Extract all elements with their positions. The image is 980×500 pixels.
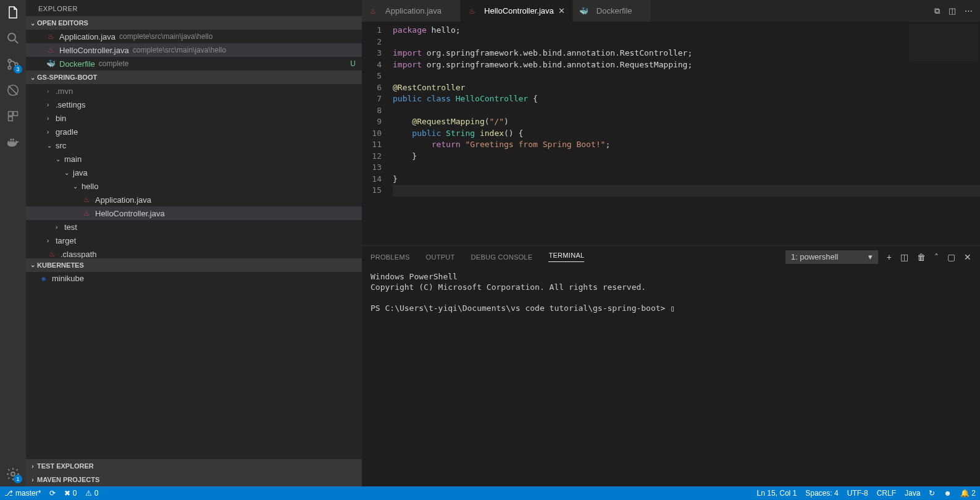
file-item[interactable]: ♨HelloController.java (26, 206, 362, 220)
chevron-down-icon: ⌄ (28, 74, 37, 81)
kubernetes-icon: ⎈ (38, 274, 48, 284)
java-icon: ♨ (467, 6, 477, 16)
status-eol[interactable]: CRLF (873, 486, 900, 500)
test-explorer-header[interactable]: › TEST EXPLORER (26, 459, 362, 473)
close-panel-icon[interactable]: ✕ (964, 252, 971, 262)
folder-item[interactable]: ⌄main (26, 152, 362, 166)
chevron-icon: ⌄ (64, 169, 70, 176)
java-icon: ♨ (368, 6, 378, 16)
more-icon[interactable]: ⋯ (965, 6, 973, 16)
editor-body[interactable]: 123456789101112131415 package hello; imp… (362, 22, 980, 245)
code-area[interactable]: package hello; import org.springframewor… (393, 22, 980, 245)
panel-tab-problems[interactable]: PROBLEMS (371, 253, 410, 261)
chevron-icon: › (56, 224, 62, 231)
chevron-icon: › (47, 101, 53, 108)
docker-icon: 🐳 (46, 59, 56, 69)
chevron-icon: › (47, 88, 53, 95)
svg-point-2 (8, 66, 11, 69)
svg-rect-7 (9, 117, 13, 121)
status-feedback-icon[interactable]: ↻ (924, 486, 939, 500)
tabs-bar: ♨Application.java♨HelloController.java✕🐳… (362, 0, 980, 22)
split-terminal-icon[interactable]: ◫ (900, 252, 908, 262)
chevron-right-icon: › (28, 477, 37, 483)
svg-point-0 (8, 33, 15, 41)
status-lang[interactable]: Java (900, 486, 924, 500)
kubernetes-item[interactable]: ⎈ minikube (26, 272, 362, 286)
chevron-icon: ⌄ (56, 156, 62, 163)
new-terminal-icon[interactable]: + (887, 252, 892, 262)
compare-icon[interactable]: ⧉ (934, 6, 940, 16)
split-editor-icon[interactable]: ◫ (949, 6, 956, 16)
settings-badge: 1 (14, 475, 22, 483)
folder-item[interactable]: ⌄hello (26, 179, 362, 193)
activity-bar: 3 1 (0, 0, 26, 486)
bottom-panel: PROBLEMS OUTPUT DEBUG CONSOLE TERMINAL 1… (362, 245, 980, 486)
svg-rect-6 (14, 112, 18, 116)
java-icon: ♨ (47, 249, 57, 258)
svg-rect-5 (9, 112, 13, 116)
scm-badge: 3 (14, 65, 22, 74)
terminal-select[interactable]: 1: powershell ▾ (785, 250, 878, 264)
status-warnings[interactable]: ⚠ 0 (81, 486, 103, 500)
search-icon[interactable] (6, 31, 20, 46)
svg-point-1 (8, 59, 11, 62)
folder-item[interactable]: ›.settings (26, 98, 362, 111)
status-smiley-icon[interactable]: ☻ (939, 486, 956, 500)
debug-icon[interactable] (6, 83, 20, 98)
maven-projects-header[interactable]: › MAVEN PROJECTS (26, 473, 362, 486)
settings-icon[interactable]: 1 (6, 467, 20, 481)
status-lncol[interactable]: Ln 15, Col 1 (753, 486, 802, 500)
open-editors-header[interactable]: ⌄ OPEN EDITORS (26, 16, 362, 30)
status-errors[interactable]: ✖ 0 (60, 486, 81, 500)
chevron-icon: › (47, 115, 53, 122)
editor-tab[interactable]: ♨Application.java (362, 0, 461, 22)
project-header[interactable]: ⌄ GS-SPRING-BOOT (26, 70, 362, 84)
folder-item[interactable]: ›bin (26, 111, 362, 125)
chevron-down-icon: ⌄ (28, 261, 37, 268)
status-bell[interactable]: 🔔 2 (956, 486, 980, 500)
folder-item[interactable]: ⌄java (26, 166, 362, 179)
status-encoding[interactable]: UTF-8 (843, 486, 873, 500)
panel-tab-terminal[interactable]: TERMINAL (548, 252, 584, 262)
open-editor-item[interactable]: 🐳DockerfilecompleteU (26, 57, 362, 70)
open-editor-item[interactable]: ♨Application.javacomplete\src\main\java\… (26, 30, 362, 43)
folder-item[interactable]: ›test (26, 220, 362, 234)
docker-activity-icon[interactable] (6, 135, 20, 150)
extensions-icon[interactable] (6, 109, 20, 124)
folder-item[interactable]: ›gradle (26, 125, 362, 138)
chevron-down-icon: ⌄ (28, 20, 37, 27)
folder-item[interactable]: ›.mvn (26, 84, 362, 98)
terminal-body[interactable]: Windows PowerShell Copyright (C) Microso… (362, 268, 980, 486)
sidebar-title: EXPLORER (26, 0, 362, 16)
editor-tab[interactable]: 🐳Dockerfile (573, 0, 651, 22)
file-item[interactable]: ♨.classpath (26, 247, 362, 258)
status-branch[interactable]: ⎇ master* (0, 486, 45, 500)
status-bar: ⎇ master* ⟳ ✖ 0 ⚠ 0 Ln 15, Col 1 Spaces:… (0, 486, 980, 500)
chevron-icon: ⌄ (47, 142, 53, 149)
scm-icon[interactable]: 3 (6, 57, 20, 72)
close-tab-icon[interactable]: ✕ (558, 6, 566, 15)
kubernetes-header[interactable]: ⌄ KUBERNETES (26, 258, 362, 272)
status-spaces[interactable]: Spaces: 4 (801, 486, 842, 500)
status-sync[interactable]: ⟳ (45, 486, 60, 500)
chevron-right-icon: › (28, 463, 37, 470)
chevron-icon: › (47, 129, 53, 135)
java-icon: ♨ (82, 195, 91, 205)
minimap[interactable] (910, 24, 978, 61)
sidebar: EXPLORER ⌄ OPEN EDITORS ♨Application.jav… (26, 0, 362, 486)
java-icon: ♨ (82, 208, 91, 218)
folder-item[interactable]: ›target (26, 234, 362, 247)
panel-tab-debug[interactable]: DEBUG CONSOLE (471, 253, 533, 261)
folder-item[interactable]: ⌄src (26, 138, 362, 152)
open-editor-item[interactable]: ♨HelloController.javacomplete\src\main\j… (26, 43, 362, 57)
java-icon: ♨ (46, 45, 56, 55)
editor-group: ♨Application.java♨HelloController.java✕🐳… (362, 0, 980, 486)
chevron-up-icon[interactable]: ˄ (934, 252, 939, 262)
maximize-panel-icon[interactable]: ▢ (947, 252, 955, 262)
dropdown-icon: ▾ (868, 252, 873, 261)
explorer-icon[interactable] (6, 5, 20, 20)
panel-tab-output[interactable]: OUTPUT (426, 253, 455, 261)
file-item[interactable]: ♨Application.java (26, 193, 362, 206)
trash-icon[interactable]: 🗑 (917, 252, 926, 262)
editor-tab[interactable]: ♨HelloController.java✕ (461, 0, 573, 22)
